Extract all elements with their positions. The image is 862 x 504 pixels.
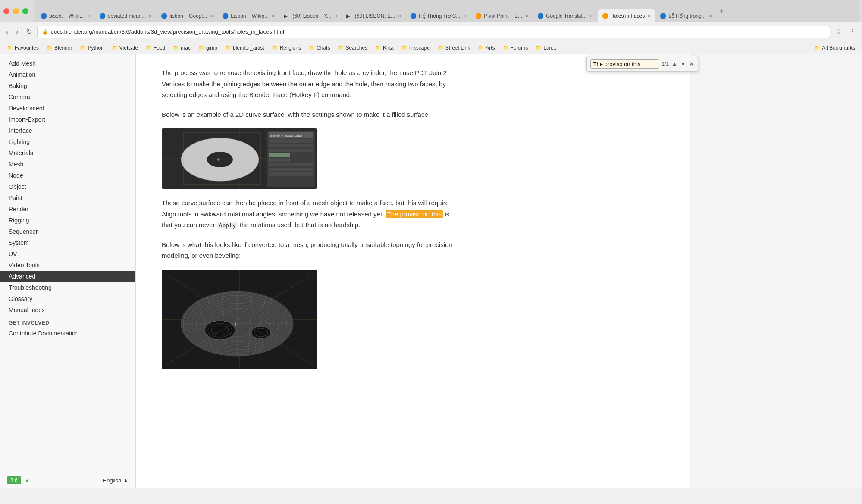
sidebar-item-development[interactable]: Development [0, 103, 135, 114]
sidebar-item-render[interactable]: Render [0, 203, 135, 215]
svg-rect-15 [269, 163, 313, 166]
sidebar-item-contribute[interactable]: Contribute Documentation [0, 328, 135, 339]
blender-image-1: + Blender Precision Draw [162, 128, 317, 189]
bookmark-label: Arts [486, 45, 495, 51]
tab-close-icon[interactable]: ✕ [398, 13, 401, 19]
tab-lisbon-yt1[interactable]: ▶ (60) Lisbon – Y... ✕ [279, 9, 342, 22]
bookmark-food[interactable]: 📁 Food [142, 44, 169, 52]
sidebar-item-sequencer[interactable]: Sequencer [0, 226, 135, 237]
url-bar[interactable]: 🔒 docs.blender.org/manual/en/3.6/addons/… [37, 26, 830, 38]
tab-close-icon[interactable]: ✕ [148, 13, 152, 19]
find-prev-button[interactable]: ▲ [671, 60, 677, 67]
sidebar-item-interface[interactable]: Interface [0, 125, 135, 136]
bookmark-mac[interactable]: 📁 mac [169, 44, 194, 52]
tab-lisbon-yt2[interactable]: ▶ (60) LISBON: E... ✕ [342, 9, 406, 22]
sidebar-item-lighting[interactable]: Lighting [0, 136, 135, 147]
tab-lisbon-google[interactable]: 🔵 lisbon – Googl... ✕ [157, 9, 218, 22]
tab-bisect[interactable]: 🔵 bisect – Wikti... ✕ [36, 9, 95, 22]
tab-google-translate[interactable]: 🔵 Google Translat... ✕ [533, 9, 598, 22]
sidebar-item-glossary[interactable]: Glossary [0, 293, 135, 304]
forward-button[interactable]: › [13, 26, 21, 38]
tab-he-thong[interactable]: 🔵 Hệ Thống Trợ C... ✕ [406, 9, 471, 22]
bookmark-python[interactable]: 📁 Python [76, 44, 107, 52]
version-arrow-icon: ▲ [25, 477, 30, 483]
sidebar-item-troubleshooting[interactable]: Troubleshooting [0, 282, 135, 293]
tab-lisbon-wiki[interactable]: 🔵 Lisbon – Wikip... ✕ [218, 9, 279, 22]
tab-close-icon[interactable]: ✕ [525, 13, 529, 19]
bookmark-lan[interactable]: 📁 Lan... [532, 44, 560, 52]
new-tab-button[interactable]: + [717, 7, 727, 16]
bookmark-label: Searches [345, 45, 367, 51]
sidebar-nav: Add Mesh Animation Baking Camera Develop… [0, 54, 135, 472]
find-input[interactable] [590, 59, 659, 69]
bookmark-blender[interactable]: 📁 Blender [43, 44, 75, 52]
tab-close-icon[interactable]: ✕ [463, 13, 467, 19]
language-button[interactable]: English ▲ [103, 477, 129, 484]
bookmark-label: gimp [206, 45, 217, 51]
bookmark-blender-artist[interactable]: 📁 blender_artist [222, 44, 268, 52]
bookmark-gimp[interactable]: 📁 gimp [195, 44, 221, 52]
find-close-button[interactable]: ✕ [689, 60, 694, 68]
reload-button[interactable]: ↻ [24, 26, 34, 38]
sidebar-item-camera[interactable]: Camera [0, 91, 135, 103]
tab-close-icon[interactable]: ✕ [708, 13, 712, 19]
tab-holes-in-faces[interactable]: 🟠 Holes in Faces ✕ [598, 9, 655, 22]
bookmark-religions[interactable]: 📁 Religions [269, 44, 304, 52]
tab-favicon: 🟠 [475, 13, 481, 19]
sidebar-item-baking[interactable]: Baking [0, 80, 135, 91]
tab-obviated[interactable]: 🔵 obviated mean... ✕ [95, 9, 157, 22]
settings-button[interactable]: ⋮ [846, 26, 859, 38]
sidebar-item-object[interactable]: Object [0, 181, 135, 192]
bookmark-favourites[interactable]: 📁 Favourites [3, 44, 42, 52]
folder-icon: 📁 [309, 45, 315, 50]
bookmark-inkscape[interactable]: 📁 Inkscape [398, 44, 433, 52]
bookmark-all[interactable]: 📁 All Bookmarks [811, 44, 859, 52]
svg-rect-11 [269, 144, 313, 147]
back-button[interactable]: ‹ [3, 26, 11, 38]
tab-favicon: ▶ [284, 13, 290, 19]
tab-close-icon[interactable]: ✕ [334, 13, 338, 19]
sidebar-item-node[interactable]: Node [0, 170, 135, 181]
tab-lo-hong[interactable]: 🔵 Lỗ Hổng trong... ✕ [655, 9, 717, 22]
close-button[interactable] [3, 8, 9, 14]
bookmark-searches[interactable]: 📁 Searches [334, 44, 371, 52]
tab-label: bisect – Wikti... [49, 13, 84, 19]
browser-chrome: 🔵 bisect – Wikti... ✕ 🔵 obviated mean...… [0, 0, 862, 54]
sidebar-item-video-tools[interactable]: Video Tools [0, 260, 135, 271]
bookmark-street-link[interactable]: 📁 Street Link [434, 44, 473, 52]
sidebar-item-system[interactable]: System [0, 237, 135, 248]
find-next-button[interactable]: ▼ [680, 60, 686, 67]
bookmark-label: Favourites [15, 45, 39, 51]
tab-favicon: 🟠 [602, 13, 608, 19]
folder-icon: 📁 [7, 45, 13, 50]
svg-rect-12 [269, 149, 313, 152]
tab-close-icon[interactable]: ✕ [210, 13, 213, 19]
content-text: The process was to remove the existing f… [162, 67, 455, 369]
sidebar-item-uv[interactable]: UV [0, 248, 135, 260]
sidebar-item-manual-index[interactable]: Manual Index [0, 304, 135, 316]
sidebar-item-mesh[interactable]: Mesh [0, 159, 135, 170]
minimize-button[interactable] [13, 8, 19, 14]
bookmark-star-button[interactable]: ☆ [833, 26, 844, 38]
folder-icon: 📁 [478, 45, 484, 50]
bookmark-chats[interactable]: 📁 Chats [305, 44, 333, 52]
tab-close-icon[interactable]: ✕ [271, 13, 275, 19]
sidebar-item-paint[interactable]: Paint [0, 192, 135, 203]
tab-close-icon[interactable]: ✕ [589, 13, 593, 19]
bookmark-forums[interactable]: 📁 Forums [499, 44, 532, 52]
tab-pivot[interactable]: 🟠 Pivot Point – B... ✕ [471, 9, 533, 22]
sidebar-item-rigging[interactable]: Rigging [0, 215, 135, 226]
maximize-button[interactable] [22, 8, 28, 14]
bookmark-arts[interactable]: 📁 Arts [474, 44, 498, 52]
folder-icon: 📁 [401, 45, 407, 50]
sidebar-item-animation[interactable]: Animation [0, 69, 135, 80]
sidebar-item-materials[interactable]: Materials [0, 147, 135, 159]
tab-close-icon[interactable]: ✕ [647, 13, 651, 19]
sidebar-item-add-mesh[interactable]: Add Mesh [0, 58, 135, 69]
tab-close-icon[interactable]: ✕ [87, 13, 91, 19]
bookmark-vietcafe[interactable]: 📁 Vietcafe [108, 44, 141, 52]
version-badge[interactable]: 3.6 [7, 476, 21, 484]
bookmark-krita[interactable]: 📁 Krita [372, 44, 397, 52]
sidebar-item-import-export[interactable]: Import-Export [0, 114, 135, 125]
sidebar-item-advanced[interactable]: Advanced [0, 271, 135, 282]
